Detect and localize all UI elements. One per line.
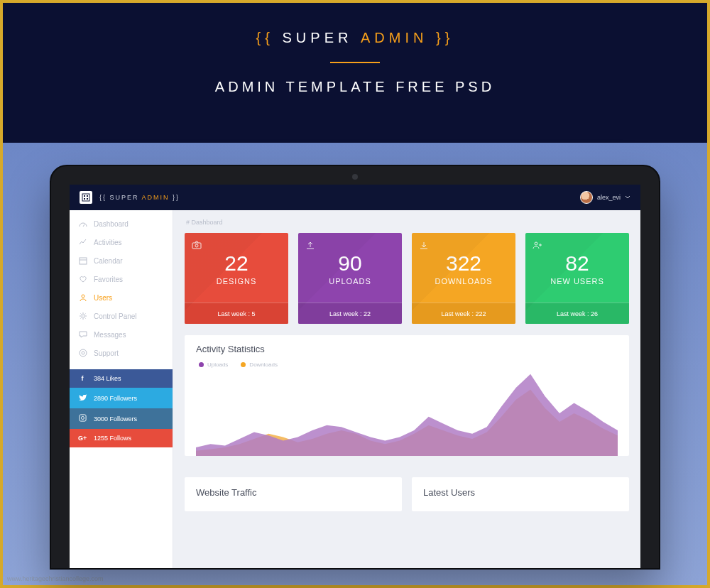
facebook-icon: f (78, 375, 87, 382)
sidebar-item-control-panel[interactable]: Control Panel (70, 307, 173, 325)
sidebar-nav: Dashboard Activities Calendar Favor (70, 210, 173, 366)
activity-chart (196, 371, 618, 456)
brace-close: }} (436, 30, 454, 45)
message-icon (78, 330, 88, 339)
svg-point-7 (82, 315, 84, 317)
svg-point-13 (195, 244, 198, 247)
avatar (580, 191, 593, 204)
app-logo-icon[interactable] (80, 191, 92, 204)
twitter-icon (78, 393, 87, 403)
brace-open: {{ (256, 30, 274, 45)
legend-uploads: Uploads (199, 361, 228, 368)
user-icon (78, 293, 88, 302)
hero-divider (330, 62, 380, 63)
social-twitter[interactable]: 2890 Followers (70, 388, 173, 408)
svg-rect-5 (80, 258, 87, 264)
traffic-panel: Website Traffic (185, 477, 402, 511)
app-viewport: {{ SUPER ADMIN }} alex_evi Dashboard (70, 185, 640, 568)
hero-logo: {{ SUPER ADMIN }} (3, 30, 707, 46)
sidebar-social: f384 Likes 2890 Followers 3000 Followers… (70, 369, 173, 447)
chart-line-icon (78, 238, 88, 246)
card-footer: Last week : 26 (525, 303, 629, 324)
laptop-frame: {{ SUPER ADMIN }} alex_evi Dashboard (50, 165, 660, 570)
sidebar-item-favorites[interactable]: Favorites (70, 270, 173, 288)
card-value: 90 (305, 251, 395, 276)
upload-icon (305, 240, 315, 253)
user-plus-icon (532, 240, 542, 253)
app-topbar: {{ SUPER ADMIN }} alex_evi (70, 185, 640, 210)
svg-point-14 (535, 242, 537, 245)
sidebar-item-label: Support (94, 349, 119, 357)
sidebar-item-label: Users (94, 294, 112, 302)
card-value: 22 (192, 251, 281, 276)
sidebar-item-users[interactable]: Users (70, 288, 173, 307)
camera-icon (192, 240, 202, 253)
sidebar-item-label: Dashboard (94, 220, 129, 228)
legend-downloads: Downloads (241, 361, 278, 368)
card-uploads[interactable]: 90 UPLOADS Last week : 22 (298, 233, 402, 324)
social-label: 1255 Follows (94, 435, 131, 442)
gauge-icon (78, 219, 88, 228)
card-new-users[interactable]: 82 NEW USERS Last week : 26 (525, 233, 629, 324)
social-label: 2890 Followers (94, 395, 137, 402)
svg-point-8 (80, 349, 87, 356)
card-label: DESIGNS (192, 277, 281, 285)
sidebar-item-label: Messages (94, 331, 126, 339)
app-brand: {{ SUPER ADMIN }} (99, 194, 180, 201)
panel-title: Latest Users (423, 487, 618, 498)
svg-point-6 (82, 295, 84, 298)
sidebar-item-label: Activities (94, 239, 121, 246)
activity-panel: Activity Statistics Uploads Downloads (185, 335, 629, 456)
panel-title: Activity Statistics (196, 344, 618, 354)
card-footer: Last week : 5 (185, 303, 288, 324)
card-label: UPLOADS (305, 277, 395, 285)
stat-cards: 22 DESIGNS Last week : 5 90 UPLOADS Last… (185, 233, 629, 324)
social-label: 3000 Followers (94, 415, 137, 423)
hero-subtitle: ADMIN TEMPLATE FREE PSD (3, 79, 707, 95)
svg-rect-0 (82, 194, 89, 201)
card-designs[interactable]: 22 DESIGNS Last week : 5 (185, 233, 288, 324)
svg-rect-3 (84, 198, 85, 200)
svg-rect-2 (87, 195, 88, 197)
breadcrumb: # Dashboard (186, 219, 629, 226)
hero-word-1: SUPER (283, 30, 353, 45)
sidebar-item-label: Control Panel (94, 312, 137, 320)
panel-title: Website Traffic (196, 487, 390, 498)
social-facebook[interactable]: f384 Likes (70, 369, 173, 388)
sidebar-item-messages[interactable]: Messages (70, 325, 173, 344)
sidebar-item-dashboard[interactable]: Dashboard (70, 214, 173, 233)
card-value: 82 (532, 251, 622, 276)
card-value: 322 (419, 251, 508, 276)
sidebar-item-calendar[interactable]: Calendar (70, 251, 173, 270)
hero-banner: {{ SUPER ADMIN }} ADMIN TEMPLATE FREE PS… (3, 3, 707, 145)
sidebar-item-label: Favorites (94, 276, 123, 283)
svg-rect-10 (79, 415, 85, 421)
calendar-icon (78, 256, 88, 265)
social-label: 384 Likes (94, 375, 121, 382)
watermark: www.heritagechristiancollege.com (7, 575, 104, 582)
user-menu[interactable]: alex_evi (580, 191, 630, 204)
card-footer: Last week : 22 (298, 303, 402, 324)
sidebar: Dashboard Activities Calendar Favor (70, 210, 173, 568)
svg-point-11 (81, 416, 84, 419)
chevron-down-icon (625, 195, 630, 200)
latest-users-panel: Latest Users (412, 477, 629, 511)
svg-rect-4 (87, 198, 88, 200)
hero-word-2: ADMIN (361, 30, 427, 45)
svg-point-9 (82, 352, 84, 354)
sidebar-item-support[interactable]: Support (70, 344, 173, 362)
main-area: # Dashboard 22 DESIGNS Last week : 5 90 … (173, 210, 640, 568)
card-downloads[interactable]: 322 DOWNLOADS Last week : 222 (412, 233, 515, 324)
social-instagram[interactable]: 3000 Followers (70, 408, 173, 429)
lifebuoy-icon (78, 349, 88, 357)
card-footer: Last week : 222 (412, 303, 515, 324)
social-google[interactable]: G+1255 Follows (70, 429, 173, 447)
chart-legend: Uploads Downloads (199, 361, 618, 368)
sidebar-item-label: Calendar (94, 257, 123, 265)
svg-rect-1 (84, 195, 85, 197)
sidebar-item-activities[interactable]: Activities (70, 233, 173, 251)
card-label: DOWNLOADS (419, 277, 508, 285)
google-plus-icon: G+ (78, 435, 87, 442)
instagram-icon (78, 414, 87, 423)
heart-icon (78, 275, 88, 283)
